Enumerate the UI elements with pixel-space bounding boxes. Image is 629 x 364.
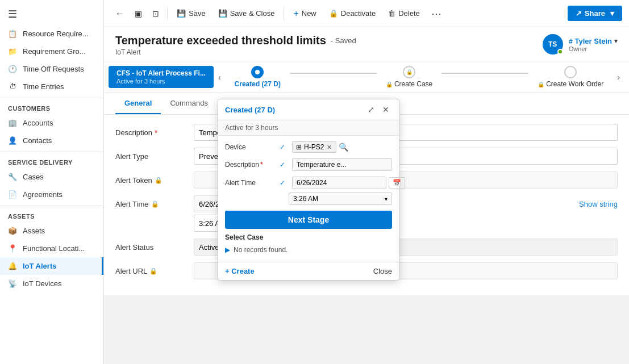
avatar-status (557, 49, 563, 55)
popup: Created (27 D) ⤢ ✕ Active for 3 hours De… (218, 99, 399, 281)
no-records-text: No records found. (234, 246, 288, 254)
alert-token-label: Alert Token 🔒 (115, 176, 189, 185)
sidebar-item-functional-locations[interactable]: 📍 Functional Locati... (0, 240, 103, 257)
description-label: Description * (115, 128, 189, 137)
resource-icon: 📋 (8, 30, 17, 38)
popup-field-device: Device ✓ ⊞ H-PS2 ✕ 🔍 (225, 141, 392, 153)
owner-label: Owner (569, 45, 618, 52)
requirement-groups-icon: 📁 (8, 47, 17, 56)
popup-stage-title: Created (27 D) (225, 106, 275, 114)
iot-devices-icon: 📡 (8, 279, 17, 288)
owner-block[interactable]: TS # Tyler Stein ▾ Owner (543, 34, 618, 55)
agreements-icon: 📄 (8, 190, 17, 199)
next-stage-button[interactable]: Next Stage (225, 211, 392, 229)
tab-general[interactable]: General (115, 93, 161, 114)
stage-created[interactable]: Created (27 D) (226, 62, 290, 91)
owner-name: # Tyler Stein (569, 37, 612, 45)
iot-alerts-icon: 🔔 (8, 262, 17, 270)
popup-check-alert-time: ✓ (280, 179, 289, 187)
alert-token-lock-icon: 🔒 (155, 177, 163, 184)
sidebar-item-resource-requirements[interactable]: 📋 Resource Require... (0, 25, 103, 43)
popup-header: Created (27 D) ⤢ ✕ (218, 99, 399, 120)
sidebar-item-requirement-groups[interactable]: 📁 Requirement Gro... (0, 43, 103, 60)
stage-create-case[interactable]: 🔒 🔒 Create Case (377, 62, 441, 91)
popup-description-input[interactable] (292, 158, 392, 171)
delete-button[interactable]: 🗑 Delete (382, 6, 426, 20)
alert-status-label: Alert Status (115, 243, 189, 252)
stage-next-button[interactable]: › (613, 69, 624, 85)
sidebar-item-assets[interactable]: 📦 Assets (0, 222, 103, 240)
sidebar-item-iot-devices[interactable]: 📡 IoT Devices (0, 275, 103, 292)
save-close-button[interactable]: 💾 Save & Close (213, 6, 281, 20)
stage-bar: CFS - IoT Alert Process Fi... Active for… (104, 61, 629, 93)
deactivate-button[interactable]: 🔒 Deactivate (323, 6, 381, 20)
device-tag-icon: ⊞ (296, 143, 302, 151)
popup-create-button[interactable]: + Create (225, 267, 255, 275)
owner-dropdown-icon[interactable]: ▾ (614, 37, 618, 45)
functional-locations-icon: 📍 (8, 244, 17, 253)
popup-field-description: Description * ✓ (225, 158, 392, 171)
avatar: TS (543, 34, 563, 55)
sidebar-item-agreements[interactable]: 📄 Agreements (0, 186, 103, 203)
tab-commands[interactable]: Commands (161, 93, 216, 114)
share-icon: ↗ (576, 9, 582, 18)
toolbar: ← ▣ ⊡ 💾 Save 💾 Save & Close + New 🔒 Deac… (104, 0, 629, 27)
sidebar-item-time-off-requests[interactable]: 🕐 Time Off Requests (0, 60, 103, 78)
new-icon: + (293, 9, 298, 19)
popup-footer: + Create Close (218, 262, 399, 280)
more-button[interactable]: ⋯ (427, 5, 446, 23)
popup-close-footer-button[interactable]: Close (373, 267, 392, 275)
sidebar-item-cases[interactable]: 🔧 Cases (0, 168, 103, 186)
no-records-arrow-icon: ▶ (225, 246, 230, 254)
popup-check-description: ✓ (280, 161, 289, 169)
sidebar-item-iot-alerts[interactable]: 🔔 IoT Alerts (0, 257, 103, 275)
popup-date-input[interactable] (292, 177, 386, 189)
sidebar-item-time-entries[interactable]: ⏱ Time Entries (0, 78, 103, 95)
popup-calendar-button[interactable]: 📅 (389, 177, 405, 189)
save-button[interactable]: 💾 Save (171, 6, 211, 20)
contacts-icon: 👤 (8, 136, 17, 145)
sidebar-section-service-delivery: Service Delivery (0, 154, 103, 168)
device-tag-remove[interactable]: ✕ (326, 144, 332, 151)
save-icon: 💾 (177, 9, 186, 18)
cases-icon: 🔧 (8, 173, 17, 181)
stage-create-work-order[interactable]: 🔒 Create Work Order (528, 62, 613, 91)
sidebar-item-accounts[interactable]: 🏢 Accounts (0, 114, 103, 132)
new-window-button[interactable]: ⊡ (148, 6, 164, 21)
new-button[interactable]: + New (288, 6, 322, 22)
sidebar-hamburger[interactable]: ☰ (0, 0, 103, 25)
active-stage-pill[interactable]: CFS - IoT Alert Process Fi... Active for… (109, 66, 214, 88)
alert-url-lock-icon: 🔒 (149, 267, 157, 275)
alert-time-lock-icon: 🔒 (151, 200, 159, 208)
stage-prev-button[interactable]: ‹ (214, 69, 226, 85)
sidebar: ☰ 📋 Resource Require... 📁 Requirement Gr… (0, 0, 104, 364)
content-area: General Commands Related Description * (104, 93, 629, 364)
popup-field-alert-time-label: Alert Time (225, 179, 276, 187)
popup-close-button[interactable]: ✕ (380, 104, 392, 115)
alert-type-label: Alert Type (115, 152, 189, 161)
record-title: Temperature exceeded threshold limits (115, 34, 326, 47)
select-case-label: Select Case (225, 233, 392, 241)
record-subtitle: IoT Alert (115, 48, 356, 56)
device-search-button[interactable]: 🔍 (339, 143, 348, 152)
popup-time-value: 3:26 AM (293, 195, 382, 203)
show-string-link[interactable]: Show string (579, 200, 618, 208)
popup-time-row: 3:26 AM ▾ (289, 193, 392, 205)
record-saved-status: - Saved (331, 36, 356, 45)
time-entries-icon: ⏱ (8, 82, 17, 91)
popup-body: Device ✓ ⊞ H-PS2 ✕ 🔍 Desc (218, 136, 399, 262)
share-button[interactable]: ↗ Share ▾ (568, 6, 622, 21)
record-header: Temperature exceeded threshold limits - … (104, 27, 629, 61)
back-button[interactable]: ← (111, 6, 129, 22)
main-content: ← ▣ ⊡ 💾 Save 💾 Save & Close + New 🔒 Deac… (104, 0, 629, 364)
sidebar-item-contacts[interactable]: 👤 Contacts (0, 132, 103, 149)
alert-time-label: Alert Time 🔒 (115, 200, 189, 208)
page-view-button[interactable]: ▣ (130, 6, 147, 21)
delete-icon: 🗑 (388, 9, 395, 18)
deactivate-icon: 🔒 (329, 9, 338, 18)
device-tag-text: H-PS2 (304, 143, 324, 151)
popup-expand-button[interactable]: ⤢ (365, 104, 377, 115)
accounts-icon: 🏢 (8, 119, 17, 127)
popup-time-dropdown[interactable]: ▾ (385, 196, 388, 202)
share-dropdown-icon: ▾ (610, 9, 614, 18)
